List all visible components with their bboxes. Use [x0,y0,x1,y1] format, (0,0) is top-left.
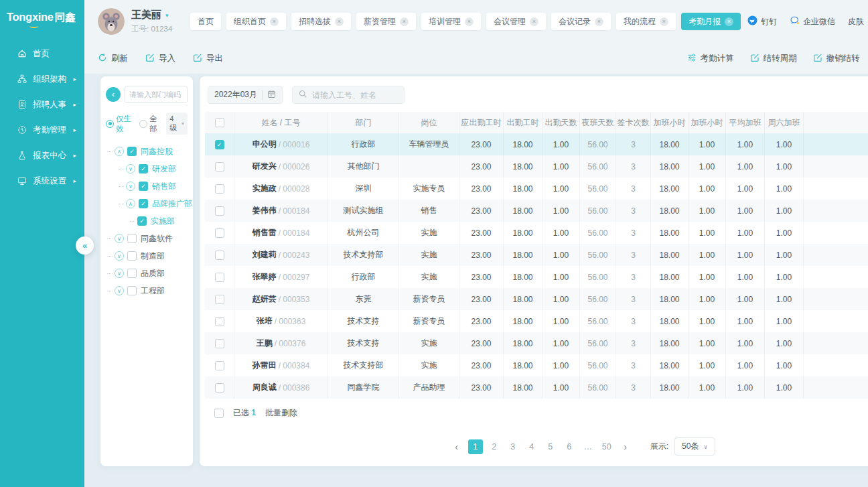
employee-search-box[interactable] [292,86,405,104]
row-checkbox[interactable] [215,251,224,260]
tree-checkbox[interactable] [127,251,137,261]
tree-checkbox[interactable] [139,164,148,173]
toolbar-撤销结转[interactable]: 撤销结转 [813,53,860,64]
row-checkbox[interactable] [215,361,224,370]
tab-close-icon[interactable]: × [335,17,344,26]
caret-down-icon[interactable]: ▾ [165,12,169,19]
tab-招聘选拔[interactable]: 招聘选拔× [291,13,351,30]
prev-page-button[interactable]: ‹ [449,439,464,454]
tree-node-品牌推广部[interactable]: ∧品牌推广部 [106,195,188,212]
tab-组织首页[interactable]: 组织首页× [226,13,286,30]
tree-node-品质部[interactable]: ∨品质部 [106,265,188,282]
month-picker[interactable]: 2022年03月 [208,86,283,104]
row-checkbox[interactable] [215,228,224,238]
row-checkbox[interactable] [215,206,224,216]
expand-node-icon[interactable]: ∨ [115,269,124,278]
row-checkbox[interactable] [215,184,224,194]
tab-培训管理[interactable]: 培训管理× [421,13,481,30]
next-page-button[interactable]: › [618,439,633,454]
row-checkbox[interactable] [215,317,224,326]
select-all-checkbox[interactable] [215,118,224,127]
sidebar-item-考勤管理[interactable]: 考勤管理▸ [0,117,84,143]
tree-checkbox[interactable] [137,216,147,226]
table-row[interactable]: 申公明 / 000016行政部车辆管理员23.0018.001.0056.003… [205,133,868,155]
table-row[interactable]: 王鹏 / 000376技术支持实施23.0018.001.0056.00318.… [205,332,868,354]
tab-薪资管理[interactable]: 薪资管理× [356,13,416,30]
expand-node-icon[interactable]: ∨ [126,164,135,173]
tab-close-icon[interactable]: × [595,17,603,26]
sidebar-item-系统设置[interactable]: 系统设置▸ [0,168,84,194]
quick-link-皮肤[interactable]: 皮肤▾ [848,16,868,27]
tree-checkbox[interactable] [127,286,137,295]
radio-active-only[interactable]: 仅生效 [106,114,135,134]
table-row[interactable]: 销售雷 / 000184杭州公司实施23.0018.001.0056.00318… [205,222,868,244]
tab-close-icon[interactable]: × [725,17,733,26]
radio-all[interactable]: 全部 [139,114,161,134]
radio-off-icon[interactable] [139,120,147,128]
tree-checkbox[interactable] [127,147,137,156]
department-code-search-input[interactable] [125,86,188,103]
tab-我的流程[interactable]: 我的流程× [616,13,676,30]
table-row[interactable]: 赵妍芸 / 000353东莞薪资专员23.0018.001.0056.00318… [205,288,868,310]
calendar-icon[interactable] [267,90,276,100]
tab-首页[interactable]: 首页 [190,13,221,30]
quick-link-企业微信[interactable]: 企业微信 [790,15,835,27]
toolbar-导入[interactable]: 导入 [145,53,175,64]
footer-select-all-checkbox[interactable] [214,409,224,418]
page-size-select[interactable]: 50条 ∨ [674,437,715,456]
row-checkbox[interactable] [215,140,224,149]
tree-node-实施部[interactable]: 实施部 [106,212,188,230]
collapse-node-icon[interactable]: ∧ [115,147,124,156]
row-checkbox[interactable] [215,339,224,348]
tree-node-销售部[interactable]: ∨销售部 [106,178,188,195]
tab-close-icon[interactable]: × [270,17,279,26]
level-select[interactable]: 4级 ▾ [166,113,188,135]
table-row[interactable]: 孙雷田 / 000384技术支持部实施23.0018.001.0056.0031… [205,354,868,376]
toolbar-刷新[interactable]: 刷新 [98,53,128,64]
quick-link-钉钉[interactable]: 钉钉 [747,15,777,27]
page-button-3[interactable]: 3 [506,439,520,454]
tab-考勤月报[interactable]: 考勤月报× [681,13,741,30]
tree-node-同鑫软件[interactable]: ∨同鑫软件 [106,230,188,247]
table-row[interactable]: 周良诚 / 000386同鑫学院产品助理23.0018.001.0056.003… [205,376,868,399]
user-profile[interactable]: 王美丽 ▾ 工号: 01234 [98,8,186,35]
expand-node-icon[interactable]: ∨ [126,182,135,191]
table-row[interactable]: 研发兴 / 000026其他部门23.0018.001.0056.00318.0… [205,155,868,178]
tree-node-研发部[interactable]: ∨研发部 [106,160,188,178]
row-checkbox[interactable] [215,162,224,171]
sidebar-item-组织架构[interactable]: 组织架构▸ [0,66,84,92]
expand-node-icon[interactable]: ∨ [115,286,124,295]
table-row[interactable]: 张翠婷 / 000297行政部实施23.0018.001.0056.00318.… [205,266,868,288]
toolbar-导出[interactable]: 导出 [193,53,223,64]
radio-on-icon[interactable] [106,120,114,128]
sidebar-item-首页[interactable]: 首页 [0,41,84,66]
expand-node-icon[interactable]: ∨ [115,234,124,243]
tab-close-icon[interactable]: × [465,17,474,26]
employee-search-input[interactable] [312,90,392,100]
page-button-4[interactable]: 4 [524,439,539,454]
expand-node-icon[interactable]: ∨ [115,251,124,261]
table-row[interactable]: 刘建莉 / 000243技术支持部实施23.0018.001.0056.0031… [205,244,868,266]
tab-close-icon[interactable]: × [530,17,538,26]
collapse-node-icon[interactable]: ∧ [126,199,135,208]
table-row[interactable]: 姜伟伟 / 000184测试实施组销售23.0018.001.0056.0031… [205,200,868,222]
page-button-50[interactable]: 50 [599,439,614,454]
tree-checkbox[interactable] [139,199,148,208]
table-row[interactable]: 实施政 / 000028深圳实施专员23.0018.001.0056.00318… [205,178,868,200]
toolbar-结转周期[interactable]: 结转周期 [750,53,797,64]
table-row[interactable]: 张培 / 000363技术支持薪资专员23.0018.001.0056.0031… [205,310,868,332]
tab-会议记录[interactable]: 会议记录× [551,13,611,30]
tab-close-icon[interactable]: × [660,17,668,26]
tree-checkbox[interactable] [127,234,137,243]
row-checkbox[interactable] [215,273,224,282]
avatar[interactable] [98,8,125,35]
tree-node-工程部[interactable]: ∨工程部 [106,282,188,299]
page-button-6[interactable]: 6 [562,439,577,454]
page-button-1[interactable]: 1 [468,439,483,454]
tree-node-同鑫控股[interactable]: ∧同鑫控股 [106,143,188,160]
toolbar-考勤计算[interactable]: 考勤计算 [687,53,734,64]
sidebar-collapse-button[interactable]: « [76,236,94,255]
tree-node-制造部[interactable]: ∨制造部 [106,247,188,265]
batch-delete-button[interactable]: 批量删除 [265,407,297,419]
tab-会议管理[interactable]: 会议管理× [486,13,546,30]
